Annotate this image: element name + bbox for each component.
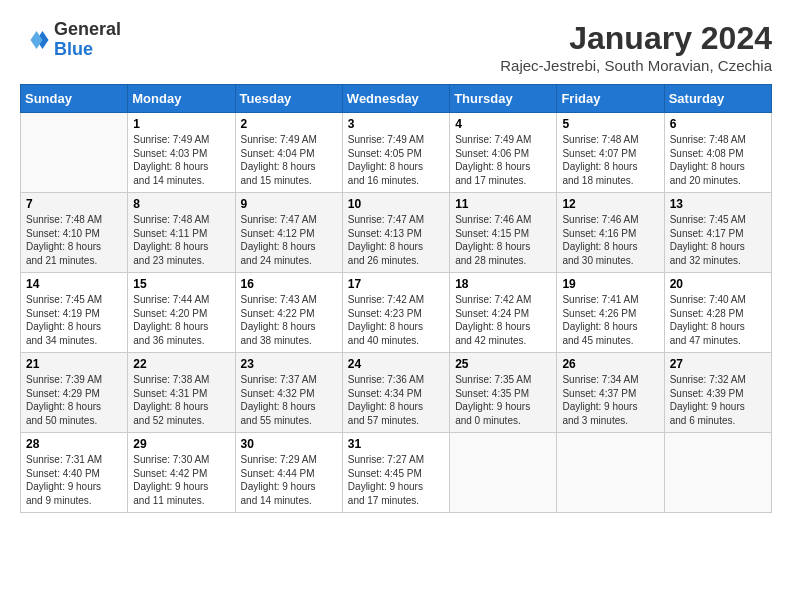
calendar-cell: 20Sunrise: 7:40 AM Sunset: 4:28 PM Dayli…	[664, 273, 771, 353]
day-info: Sunrise: 7:44 AM Sunset: 4:20 PM Dayligh…	[133, 293, 229, 347]
weekday-header-sunday: Sunday	[21, 85, 128, 113]
day-info: Sunrise: 7:41 AM Sunset: 4:26 PM Dayligh…	[562, 293, 658, 347]
day-number: 20	[670, 277, 766, 291]
logo-text: General Blue	[54, 20, 121, 60]
day-number: 19	[562, 277, 658, 291]
day-info: Sunrise: 7:48 AM Sunset: 4:10 PM Dayligh…	[26, 213, 122, 267]
day-number: 18	[455, 277, 551, 291]
day-info: Sunrise: 7:27 AM Sunset: 4:45 PM Dayligh…	[348, 453, 444, 507]
calendar-cell: 23Sunrise: 7:37 AM Sunset: 4:32 PM Dayli…	[235, 353, 342, 433]
calendar-cell: 18Sunrise: 7:42 AM Sunset: 4:24 PM Dayli…	[450, 273, 557, 353]
logo-blue: Blue	[54, 39, 93, 59]
calendar-cell: 12Sunrise: 7:46 AM Sunset: 4:16 PM Dayli…	[557, 193, 664, 273]
calendar-table: SundayMondayTuesdayWednesdayThursdayFrid…	[20, 84, 772, 513]
logo: General Blue	[20, 20, 121, 60]
calendar-week-4: 21Sunrise: 7:39 AM Sunset: 4:29 PM Dayli…	[21, 353, 772, 433]
logo-general: General	[54, 19, 121, 39]
calendar-cell: 21Sunrise: 7:39 AM Sunset: 4:29 PM Dayli…	[21, 353, 128, 433]
day-number: 25	[455, 357, 551, 371]
weekday-header-wednesday: Wednesday	[342, 85, 449, 113]
day-info: Sunrise: 7:49 AM Sunset: 4:06 PM Dayligh…	[455, 133, 551, 187]
day-number: 22	[133, 357, 229, 371]
calendar-cell: 1Sunrise: 7:49 AM Sunset: 4:03 PM Daylig…	[128, 113, 235, 193]
day-number: 5	[562, 117, 658, 131]
day-number: 12	[562, 197, 658, 211]
day-info: Sunrise: 7:32 AM Sunset: 4:39 PM Dayligh…	[670, 373, 766, 427]
day-info: Sunrise: 7:45 AM Sunset: 4:19 PM Dayligh…	[26, 293, 122, 347]
day-number: 7	[26, 197, 122, 211]
day-number: 29	[133, 437, 229, 451]
day-info: Sunrise: 7:35 AM Sunset: 4:35 PM Dayligh…	[455, 373, 551, 427]
calendar-cell: 22Sunrise: 7:38 AM Sunset: 4:31 PM Dayli…	[128, 353, 235, 433]
day-info: Sunrise: 7:48 AM Sunset: 4:08 PM Dayligh…	[670, 133, 766, 187]
calendar-cell: 3Sunrise: 7:49 AM Sunset: 4:05 PM Daylig…	[342, 113, 449, 193]
calendar-cell: 19Sunrise: 7:41 AM Sunset: 4:26 PM Dayli…	[557, 273, 664, 353]
calendar-cell: 15Sunrise: 7:44 AM Sunset: 4:20 PM Dayli…	[128, 273, 235, 353]
day-info: Sunrise: 7:37 AM Sunset: 4:32 PM Dayligh…	[241, 373, 337, 427]
day-number: 9	[241, 197, 337, 211]
day-info: Sunrise: 7:49 AM Sunset: 4:05 PM Dayligh…	[348, 133, 444, 187]
calendar-cell: 9Sunrise: 7:47 AM Sunset: 4:12 PM Daylig…	[235, 193, 342, 273]
day-info: Sunrise: 7:29 AM Sunset: 4:44 PM Dayligh…	[241, 453, 337, 507]
day-info: Sunrise: 7:49 AM Sunset: 4:04 PM Dayligh…	[241, 133, 337, 187]
day-number: 2	[241, 117, 337, 131]
calendar-cell: 11Sunrise: 7:46 AM Sunset: 4:15 PM Dayli…	[450, 193, 557, 273]
day-number: 26	[562, 357, 658, 371]
day-info: Sunrise: 7:46 AM Sunset: 4:16 PM Dayligh…	[562, 213, 658, 267]
calendar-cell: 31Sunrise: 7:27 AM Sunset: 4:45 PM Dayli…	[342, 433, 449, 513]
calendar-body: 1Sunrise: 7:49 AM Sunset: 4:03 PM Daylig…	[21, 113, 772, 513]
calendar-cell: 7Sunrise: 7:48 AM Sunset: 4:10 PM Daylig…	[21, 193, 128, 273]
day-info: Sunrise: 7:39 AM Sunset: 4:29 PM Dayligh…	[26, 373, 122, 427]
calendar-cell	[557, 433, 664, 513]
day-info: Sunrise: 7:36 AM Sunset: 4:34 PM Dayligh…	[348, 373, 444, 427]
calendar-cell: 5Sunrise: 7:48 AM Sunset: 4:07 PM Daylig…	[557, 113, 664, 193]
weekday-header-monday: Monday	[128, 85, 235, 113]
day-number: 4	[455, 117, 551, 131]
day-number: 27	[670, 357, 766, 371]
calendar-week-3: 14Sunrise: 7:45 AM Sunset: 4:19 PM Dayli…	[21, 273, 772, 353]
header: General Blue January 2024 Rajec-Jestrebi…	[20, 20, 772, 74]
day-number: 23	[241, 357, 337, 371]
logo-icon	[20, 25, 50, 55]
calendar-week-2: 7Sunrise: 7:48 AM Sunset: 4:10 PM Daylig…	[21, 193, 772, 273]
calendar-cell: 30Sunrise: 7:29 AM Sunset: 4:44 PM Dayli…	[235, 433, 342, 513]
subtitle: Rajec-Jestrebi, South Moravian, Czechia	[500, 57, 772, 74]
day-info: Sunrise: 7:48 AM Sunset: 4:07 PM Dayligh…	[562, 133, 658, 187]
day-info: Sunrise: 7:43 AM Sunset: 4:22 PM Dayligh…	[241, 293, 337, 347]
calendar-cell: 6Sunrise: 7:48 AM Sunset: 4:08 PM Daylig…	[664, 113, 771, 193]
calendar-cell: 13Sunrise: 7:45 AM Sunset: 4:17 PM Dayli…	[664, 193, 771, 273]
day-number: 24	[348, 357, 444, 371]
weekday-header-row: SundayMondayTuesdayWednesdayThursdayFrid…	[21, 85, 772, 113]
day-number: 1	[133, 117, 229, 131]
day-number: 11	[455, 197, 551, 211]
calendar-cell: 27Sunrise: 7:32 AM Sunset: 4:39 PM Dayli…	[664, 353, 771, 433]
day-number: 17	[348, 277, 444, 291]
calendar-cell: 8Sunrise: 7:48 AM Sunset: 4:11 PM Daylig…	[128, 193, 235, 273]
day-info: Sunrise: 7:42 AM Sunset: 4:23 PM Dayligh…	[348, 293, 444, 347]
month-title: January 2024	[500, 20, 772, 57]
day-info: Sunrise: 7:34 AM Sunset: 4:37 PM Dayligh…	[562, 373, 658, 427]
weekday-header-saturday: Saturday	[664, 85, 771, 113]
day-number: 21	[26, 357, 122, 371]
day-number: 14	[26, 277, 122, 291]
calendar-cell	[21, 113, 128, 193]
day-info: Sunrise: 7:47 AM Sunset: 4:13 PM Dayligh…	[348, 213, 444, 267]
day-number: 16	[241, 277, 337, 291]
day-number: 10	[348, 197, 444, 211]
day-info: Sunrise: 7:31 AM Sunset: 4:40 PM Dayligh…	[26, 453, 122, 507]
day-info: Sunrise: 7:48 AM Sunset: 4:11 PM Dayligh…	[133, 213, 229, 267]
day-number: 28	[26, 437, 122, 451]
weekday-header-tuesday: Tuesday	[235, 85, 342, 113]
title-area: January 2024 Rajec-Jestrebi, South Morav…	[500, 20, 772, 74]
day-number: 6	[670, 117, 766, 131]
day-info: Sunrise: 7:49 AM Sunset: 4:03 PM Dayligh…	[133, 133, 229, 187]
day-info: Sunrise: 7:42 AM Sunset: 4:24 PM Dayligh…	[455, 293, 551, 347]
day-number: 15	[133, 277, 229, 291]
calendar-cell	[664, 433, 771, 513]
day-info: Sunrise: 7:47 AM Sunset: 4:12 PM Dayligh…	[241, 213, 337, 267]
calendar-cell: 26Sunrise: 7:34 AM Sunset: 4:37 PM Dayli…	[557, 353, 664, 433]
day-info: Sunrise: 7:30 AM Sunset: 4:42 PM Dayligh…	[133, 453, 229, 507]
calendar-cell: 28Sunrise: 7:31 AM Sunset: 4:40 PM Dayli…	[21, 433, 128, 513]
calendar-cell: 10Sunrise: 7:47 AM Sunset: 4:13 PM Dayli…	[342, 193, 449, 273]
day-number: 8	[133, 197, 229, 211]
